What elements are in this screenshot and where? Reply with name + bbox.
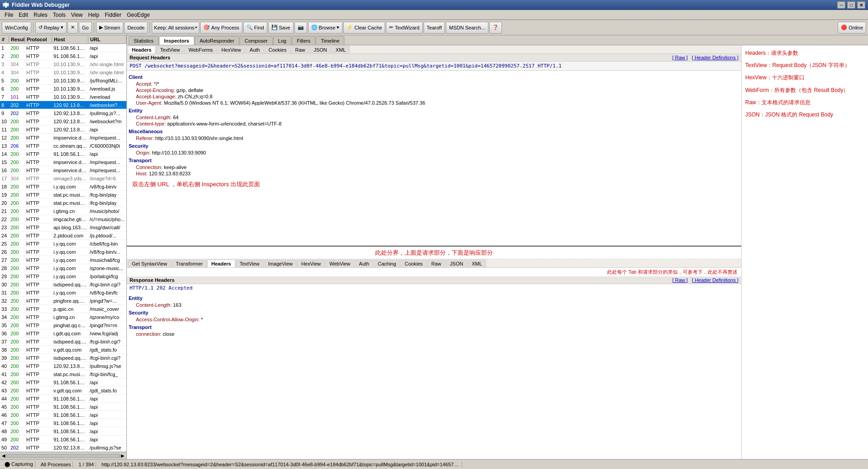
table-row[interactable]: 32200HTTPpingfore.qq.com/pingd?w=... bbox=[0, 297, 126, 305]
table-row[interactable]: 17304HTTPoimage3.ydstatic.../image?d=6 bbox=[0, 174, 126, 183]
tab-composer[interactable]: Composer bbox=[240, 36, 273, 45]
req-tab-cookies[interactable]: Cookies bbox=[265, 46, 291, 53]
table-row[interactable]: 3304HTTP10.10.130.93:9090/xhr-single.htm… bbox=[0, 60, 126, 68]
table-row[interactable]: 45200HTTP91.108.56.188:80/api bbox=[0, 403, 126, 411]
req-tab-xml[interactable]: XML bbox=[332, 46, 350, 53]
tab-inspectors[interactable]: Inspectors bbox=[159, 36, 194, 45]
table-row[interactable]: 7101HTTP10.10.130.93:35729/vereload bbox=[0, 93, 126, 101]
tab-statistics[interactable]: Statistics bbox=[129, 36, 159, 45]
any-process-button[interactable]: 🎯 Any Process bbox=[200, 22, 242, 34]
table-row[interactable]: 37200HTTPisdspeed.qq.com/fcgi-bin/r.cgi? bbox=[0, 338, 126, 346]
req-tab-raw[interactable]: Raw bbox=[291, 46, 309, 53]
close-button[interactable]: ✕ bbox=[857, 1, 865, 9]
menu-file[interactable]: File bbox=[2, 11, 16, 19]
text-wizard-button[interactable]: ✏ TextWizard bbox=[386, 22, 422, 34]
table-row[interactable]: 34200HTTPi.gtimg.cn/qzone/my/co bbox=[0, 313, 126, 321]
table-row[interactable]: 36200HTTPi.gdt.qq.com/view.fcgi/adj bbox=[0, 329, 126, 338]
table-row[interactable]: 25200HTTPi.y.qq.com/cbell/fcg-bin bbox=[0, 240, 126, 248]
table-row[interactable]: 46200HTTP91.108.56.188:80/api bbox=[0, 411, 126, 419]
menu-view[interactable]: View bbox=[68, 11, 86, 19]
table-row[interactable]: 38200HTTPv.gdt.qq.com/gdt_stats.fo bbox=[0, 346, 126, 354]
screenshot-button[interactable]: 📷 bbox=[294, 22, 307, 34]
resp-tab-imageview[interactable]: ImageView bbox=[264, 260, 297, 267]
table-row[interactable]: 33200HTTPp.qpic.cn/music_cover bbox=[0, 305, 126, 313]
table-row[interactable]: 14200HTTP91.108.56.188:80/api bbox=[0, 150, 126, 158]
header-defs-link[interactable]: [ Header Definitions ] bbox=[692, 55, 738, 60]
table-row[interactable]: 19200HTTPstat.pc.music.qq.com/fcg-bin/pl… bbox=[0, 191, 126, 199]
stream-button[interactable]: ▶ Stream bbox=[96, 22, 123, 34]
req-tab-textview[interactable]: TextView bbox=[156, 46, 184, 53]
resp-tab-json[interactable]: JSON bbox=[446, 260, 467, 267]
table-row[interactable]: 35200HTTPpinghat.qq.com/pingd?m=m bbox=[0, 321, 126, 329]
menu-edit[interactable]: Edit bbox=[16, 11, 31, 19]
table-row[interactable]: 1200HTTP91.108.56.188:80/api bbox=[0, 44, 126, 52]
table-row[interactable]: 23200HTTPapi.blog.163.com/msg/dwr/call/ bbox=[0, 223, 126, 232]
table-row[interactable]: 47200HTTP91.108.56.188:80/api bbox=[0, 419, 126, 427]
resp-tab-cookies[interactable]: Cookies bbox=[400, 260, 427, 267]
table-row[interactable]: 28200HTTPi.y.qq.com/qzone-music... bbox=[0, 264, 126, 272]
table-row[interactable]: 43200HTTPv.gdt.qq.com/gdt_stats.fo bbox=[0, 387, 126, 395]
menu-rules[interactable]: Rules bbox=[31, 11, 50, 19]
raw-link[interactable]: [ Raw ] bbox=[672, 55, 688, 60]
resp-tab-raw[interactable]: Raw bbox=[427, 260, 445, 267]
replay-dropdown[interactable]: ▾ bbox=[61, 24, 63, 30]
decode-button[interactable]: Decode bbox=[124, 22, 148, 34]
table-row[interactable]: 8202HTTP120.92.13.83:8233/websocket?m... bbox=[0, 101, 126, 109]
clear-cache-button[interactable]: ⚡ Clear Cache bbox=[343, 22, 385, 34]
minimize-button[interactable]: ─ bbox=[837, 1, 845, 9]
keep-sessions-dropdown[interactable]: Keep: All sessions ▾ bbox=[152, 22, 199, 34]
req-tab-headers[interactable]: Headers bbox=[128, 46, 155, 53]
table-row[interactable]: 10200HTTP120.92.13.83:8233/websocket?m bbox=[0, 117, 126, 126]
table-row[interactable]: 4304HTTP10.10.130.93:9090/xhr-single.htm… bbox=[0, 68, 126, 77]
table-row[interactable]: 24200HTTP2.pldoud.com/js.pldoud/... bbox=[0, 232, 126, 240]
req-tab-auth[interactable]: Auth bbox=[246, 46, 264, 53]
remove-button[interactable]: ✕ bbox=[68, 22, 78, 34]
resp-tab-transformer[interactable]: Transformer bbox=[172, 260, 207, 267]
resp-tab-xml[interactable]: XML bbox=[468, 260, 486, 267]
req-tab-json[interactable]: JSON bbox=[309, 46, 331, 53]
resp-tab-syntaxview[interactable]: Get SyntaxView bbox=[128, 260, 171, 267]
maximize-button[interactable]: □ bbox=[847, 1, 855, 9]
tab-filters[interactable]: Filters bbox=[292, 36, 315, 45]
tearoff-button[interactable]: Tearoff bbox=[424, 22, 445, 34]
resp-tab-caching[interactable]: Caching bbox=[374, 260, 400, 267]
table-row[interactable]: 22200HTTPimgcache.gtimg.cn/c/=music/pho.… bbox=[0, 215, 126, 223]
resp-raw-link[interactable]: [ Raw ] bbox=[672, 277, 688, 283]
table-row[interactable]: 44200HTTP91.108.56.188:80/api bbox=[0, 395, 126, 403]
browse-dropdown[interactable]: ▾ bbox=[337, 24, 339, 30]
table-row[interactable]: 30200HTTPisdspeed.qq.com/fcgi-bin/r.cgi? bbox=[0, 280, 126, 289]
find-button[interactable]: 🔍 Find bbox=[243, 22, 267, 34]
save-button[interactable]: 💾 Save bbox=[268, 22, 294, 34]
table-row[interactable]: 21200HTTPi.gtimg.cn/music/photo/ bbox=[0, 207, 126, 215]
menu-fiddler[interactable]: Fiddler bbox=[102, 11, 124, 19]
winconfig-button[interactable]: WinConfig bbox=[2, 22, 31, 34]
resp-header-defs-link[interactable]: [ Header Definitions ] bbox=[692, 277, 738, 283]
tab-autoresponder[interactable]: AutoResponder bbox=[195, 36, 239, 45]
resp-tab-textview[interactable]: TextView bbox=[236, 260, 264, 267]
table-row[interactable]: 49200HTTP91.108.56.188:80/api bbox=[0, 435, 126, 444]
table-row[interactable]: 15200HTTPimpservice.dictword.../mp/reque… bbox=[0, 158, 126, 166]
resp-tab-webview[interactable]: WebView bbox=[325, 260, 354, 267]
req-tab-hexview[interactable]: HexView bbox=[217, 46, 245, 53]
menu-tools[interactable]: Tools bbox=[50, 11, 68, 19]
table-row[interactable]: 13206HTTPcc.stream.qqmusic.../C600003Nj0… bbox=[0, 142, 126, 150]
req-tab-webforms[interactable]: WebForms bbox=[184, 46, 217, 53]
resp-tab-hexview[interactable]: HexView bbox=[297, 260, 325, 267]
table-row[interactable]: 9202HTTP120.92.13.83:8233/pullmsg.js?... bbox=[0, 109, 126, 117]
browse-button[interactable]: 🌐 Browse ▾ bbox=[308, 22, 343, 34]
menu-help[interactable]: Help bbox=[86, 11, 102, 19]
table-row[interactable]: 26200HTTPi.y.qq.com/v8/fcg-bin/v... bbox=[0, 248, 126, 256]
menu-geoedge[interactable]: GeoEdge bbox=[124, 11, 153, 19]
table-row[interactable]: 42200HTTP91.108.56.188:80/api bbox=[0, 378, 126, 387]
table-row[interactable]: 41200HTTPstat.pc.music.qq.com/fcgi-bin/f… bbox=[0, 370, 126, 378]
resp-tab-headers[interactable]: Headers bbox=[207, 260, 235, 267]
table-row[interactable]: 16200HTTPimpservice.dictword.../mp/reque… bbox=[0, 166, 126, 174]
table-row[interactable]: 18200HTTPi.y.qq.com/v8/fcg-bin/v bbox=[0, 183, 126, 191]
table-row[interactable]: 12200HTTPimpservice.dictword.../mp/reque… bbox=[0, 134, 126, 142]
table-row[interactable]: 48200HTTP91.108.56.188:80/api bbox=[0, 427, 126, 435]
sessions-list[interactable]: 1200HTTP91.108.56.188:80/api2200HTTP91.1… bbox=[0, 44, 126, 452]
table-row[interactable]: 27200HTTPi.y.qq.com/musichall/fcg bbox=[0, 256, 126, 264]
table-row[interactable]: 40200HTTP120.92.13.83:8233/pullmsg.js?se bbox=[0, 362, 126, 370]
replay-button[interactable]: ↺ Replay ▾ bbox=[35, 22, 67, 34]
table-row[interactable]: 39200HTTPisdspeed.qq.com/fcgi-bin/r.cgi? bbox=[0, 354, 126, 362]
